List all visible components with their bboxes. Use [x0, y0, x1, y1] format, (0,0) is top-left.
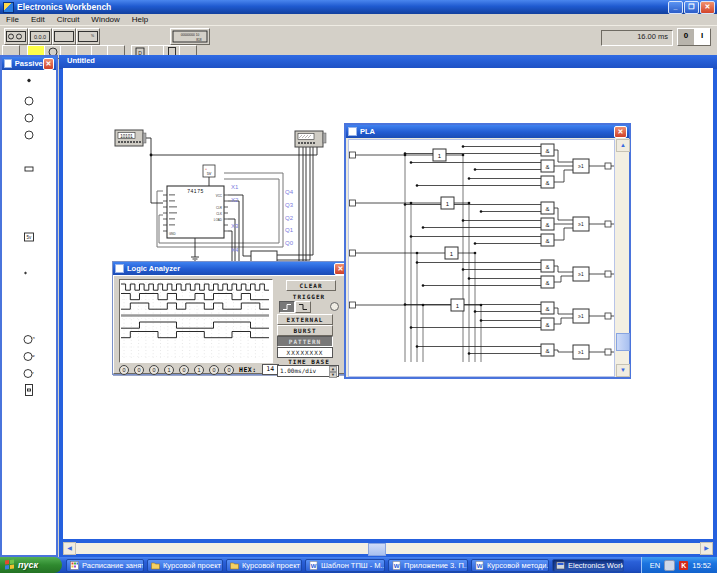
register-chip-component[interactable]: 74175 VCC CLR CLK LOAD GND [163, 186, 228, 238]
current-source-icon: M8,9.5 V4.5 M6.8,5.8 L8,4.5 L9.2,5.8 M8,… [21, 128, 37, 142]
trigger-rising-edge-button[interactable] [279, 301, 295, 313]
clear-button[interactable]: CLEAR [286, 280, 336, 291]
trigger-falling-edge-button[interactable] [295, 301, 311, 313]
restore-button[interactable]: ❐ [684, 1, 699, 14]
palette-item-battery-5v[interactable]: 5vM8,1 V3 M6.5,1.8 H9.5 [19, 229, 39, 244]
palette-item-pi-source[interactable]: M7,2 V3.5п [19, 331, 39, 346]
palette-item-current-source[interactable]: M8,9.5 V4.5 M6.8,5.8 L8,4.5 L9.2,5.8 M8,… [19, 127, 39, 142]
multimeter-button[interactable]: M14,6.5 L15.8,4.8 [4, 28, 28, 45]
menu-file[interactable]: File [0, 15, 25, 24]
app-titlebar: Electronics Workbench _ ❐ ✕ [0, 0, 717, 14]
palette-item-relay-contact[interactable]: M4.5,2.5 L11.5,11.5 M11.5,2.5 L4.5,11.5 … [19, 280, 39, 295]
palette-item-k-source[interactable]: ж [19, 348, 39, 363]
task-button-4[interactable]: WШаблон ТПШ - М... [305, 559, 385, 572]
palette-close-icon[interactable]: ✕ [43, 58, 54, 70]
palette-item-transformer[interactable]: M5,2 Q2,3.5 5,5 Q2,6.5 5,8 Q2,9.5 5,11 M… [19, 212, 39, 227]
antivirus-icon[interactable]: K [679, 561, 688, 570]
trigger-indicator[interactable] [330, 302, 339, 311]
burst-button[interactable]: BURST [277, 325, 333, 336]
palette-item-switch[interactable]: M1,9 H4.5 M4.5,9 L11.5,3.5 M11.5,9 H15 [19, 263, 39, 278]
palette-item-voltage-source[interactable]: M8,1 V3 M8,11 V13 M6.5,7 H9.5 M8,5.5 V8.… [19, 93, 39, 108]
scroll-down-icon[interactable]: ▼ [616, 364, 630, 377]
svg-text:818: 818 [196, 38, 202, 42]
pla-window[interactable]: PLA ✕ 1111&&&&&&&&&&&≥1≥1≥1≥1≥1 ▲ ▼ [344, 123, 631, 379]
ic-chip-icon: M2.5,3 H4.5 M2.5,5.5 H4.5 M2.5,8 H4.5 M2… [21, 383, 37, 397]
language-indicator[interactable]: EN [650, 561, 660, 570]
word-generator-button[interactable]: 00000000 10M4,8.5 H8 M10,8.5 H14 M16,7 L… [170, 28, 210, 45]
palette-item-polarized-capacitor[interactable]: M6,4 V10 M9,4 V10 M1,7 H6 M9,7 H15 M11.5… [19, 246, 39, 261]
close-button[interactable]: ✕ [700, 1, 715, 14]
menu-bar: FileEditCircuitWindowHelp [0, 14, 717, 25]
logic-analyzer-window[interactable]: Logic Analyzer ✕ 00010100HEX:14 CLEAR TR… [112, 261, 350, 375]
main-schematic[interactable]: 10101 + 5V [99, 125, 339, 265]
document-titlebar[interactable]: Untitled [59, 55, 717, 69]
oscilloscope-button[interactable]: M4,7 C6,2 8,11 10,6 C12,2 14,10 18,6 [52, 28, 76, 45]
palette-item-ic-chip[interactable]: M2.5,3 H4.5 M2.5,5.5 H4.5 M2.5,8 H4.5 M2… [19, 382, 39, 397]
pattern-button[interactable]: PATTERN [277, 336, 333, 347]
palette-item-inductor-core[interactable]: M2,8 Q4,3 6,8 Q8,3 10,8 Q12,3 14,8 M2,10… [19, 195, 39, 210]
pin-clk: CLK [216, 212, 222, 216]
palette-item-sine-source[interactable]: M2,8 C3.5,2.5 5.5,11 7.5,6 C9.5,2 11,10.… [19, 297, 39, 312]
menu-window[interactable]: Window [85, 15, 125, 24]
pla-titlebar[interactable]: PLA ✕ [346, 125, 629, 138]
task-button-2[interactable]: Курсовой проект ... [147, 559, 223, 572]
word-generator-component[interactable]: 10101 [115, 130, 146, 146]
palette-item-h-source[interactable]: т [19, 365, 39, 380]
palette-item-ac-source[interactable]: M5.8,7 C6.8,4.5 9.2,9.5 10.2,7 M8,1 V3 M… [19, 110, 39, 125]
menu-circuit[interactable]: Circuit [51, 15, 86, 24]
task-button-3[interactable]: Курсовой проект ... [226, 559, 302, 572]
digital-display-button[interactable]: 0.0.0 [28, 28, 52, 45]
waveform-display [119, 279, 273, 363]
pla-title: PLA [360, 127, 375, 136]
scroll-left-icon[interactable]: ◀ [63, 542, 76, 555]
logic-analyzer-component[interactable] [295, 131, 326, 147]
palette-item-clock-source[interactable]: M2,10 H4 V4 H8 V10 H12 V4 H14 [19, 314, 39, 329]
svg-text:W: W [311, 563, 317, 569]
time-base-spinner[interactable]: ▲▼ [329, 366, 337, 376]
sine-source-icon: M2,8 C3.5,2.5 5.5,11 7.5,6 C9.5,2 11,10.… [21, 298, 37, 312]
channel-bit-indicator: 0 [179, 365, 189, 375]
palette-item-connector[interactable]: M8,5 V12 M5,12 H11 [19, 76, 39, 91]
bode-plotter-button[interactable]: M4,4 C8,4 10,9 18,9.5% [76, 28, 100, 45]
channel-bit-indicator: 0 [119, 365, 129, 375]
channel-bit-indicator: 1 [194, 365, 204, 375]
pla-close-icon[interactable]: ✕ [614, 126, 627, 138]
task-button-5[interactable]: WПриложение 3. П... [388, 559, 468, 572]
start-button[interactable]: пуск [0, 557, 62, 573]
palette-titlebar[interactable]: Passive ✕ [2, 57, 56, 70]
minimize-button[interactable]: _ [668, 1, 683, 14]
clock-source-icon: M2,10 H4 V4 H8 V10 H12 V4 H14 [21, 315, 37, 329]
multimeter-icon: M14,6.5 L15.8,4.8 [5, 30, 27, 43]
scroll-thumb[interactable] [616, 333, 630, 351]
scroll-right-icon[interactable]: ▶ [700, 542, 713, 555]
palette-item-capacitor[interactable]: M7,3 V11 M9,3 V11 M1,7 H7 M9,7 H15 [19, 178, 39, 193]
time-base-field[interactable]: 1.00ms/div ▲▼ [277, 365, 339, 377]
hscroll-thumb[interactable] [368, 543, 386, 556]
circuit-canvas[interactable]: 10101 + 5V [63, 68, 713, 539]
battery-component[interactable]: + 5V [203, 165, 215, 177]
external-button[interactable]: EXTERNAL [277, 314, 333, 325]
scroll-up-icon[interactable]: ▲ [616, 139, 630, 152]
palette-item-controlled-source[interactable]: M8,2 L12.5,7 L8,12 L3.5,7 Z M8,0.5 V2 M8… [19, 144, 39, 159]
svg-text:&: & [545, 180, 549, 186]
pattern-value-field[interactable]: XXXXXXXX [277, 347, 333, 358]
task-button-6[interactable]: WКурсовой методи... [471, 559, 549, 572]
pla-window-icon [348, 127, 357, 136]
pla-schematic[interactable]: 1111&&&&&&&&&&&≥1≥1≥1≥1≥1 [348, 139, 615, 377]
voltage-source-icon: M8,1 V3 M8,11 V13 M6.5,7 H9.5 M8,5.5 V8.… [21, 94, 37, 108]
passive-palette-window: Passive ✕ M8,5 V12 M5,12 H11M8,1 V3 M8,1… [0, 55, 58, 557]
power-switch[interactable]: 0 I [677, 28, 711, 46]
task-button-1[interactable]: Расписание занят... [66, 559, 144, 572]
pla-vertical-scrollbar[interactable]: ▲ ▼ [615, 139, 629, 377]
menu-edit[interactable]: Edit [25, 15, 51, 24]
power-off-label[interactable]: 0 [678, 29, 694, 45]
menu-help[interactable]: Help [126, 15, 154, 24]
logic-analyzer-titlebar[interactable]: Logic Analyzer ✕ [113, 262, 349, 275]
task-button-7[interactable]: Electronics Workbe... [552, 559, 624, 572]
pin-vcc: VCC [216, 194, 223, 198]
palette-item-resistor-box[interactable]: M1,7 H4 M12,7 H15 [19, 161, 39, 176]
document-hscrollbar[interactable]: ◀ ▶ [63, 543, 713, 554]
tray-app-icon[interactable] [664, 560, 675, 571]
power-on-label[interactable]: I [694, 29, 710, 45]
trigger-label: TRIGGER [274, 293, 344, 300]
